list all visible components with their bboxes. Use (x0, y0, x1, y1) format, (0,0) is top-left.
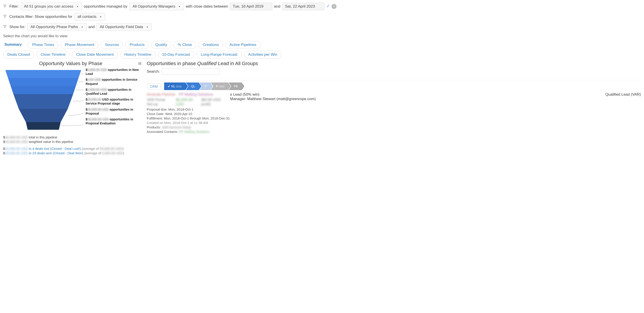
managed-by-text: opportunities managed by (84, 4, 128, 9)
funnel-label: $0.00 USD opportunities in Service Reque… (86, 78, 142, 86)
close-date: Close Date: Wed, 2020-Apr-22 (147, 112, 641, 116)
proposal-due: Proposal due: Mon, 2018-Oct-1 (147, 108, 641, 111)
phase-chevron-p[interactable]: P ☑0/2 (211, 82, 228, 90)
contacts-filter-label: Contacts filter: Show opportunities for (9, 14, 72, 19)
tab-history-timeline[interactable]: History Timeline (120, 51, 156, 58)
task-name: VAR Portal Set-up (147, 98, 173, 106)
filter-label: Filter: (9, 4, 19, 9)
filter-row-main: Filter: All 51 groups you can access▼ op… (3, 3, 641, 10)
left-panel: Opportunity Values by Phase (3, 61, 142, 156)
filter-row-contacts: Contacts filter: Show opportunities for … (3, 13, 641, 20)
tab-row-1: SummaryPhase TimesPhase MovementSourcesP… (3, 41, 641, 48)
chevron-down-icon: ▼ (178, 5, 180, 8)
crm-button[interactable]: CRM (147, 83, 161, 90)
close-dates-text: with close dates between (186, 4, 228, 9)
deals-lost-link[interactable]: in 4 deals lost (Closed - Deal Lost!) (29, 147, 81, 150)
date-from-field[interactable]: Tue, 16 April 2019 (230, 3, 272, 10)
products-label: Products: (147, 125, 161, 129)
funnel-label: $00,000.00 USD opportunities in Proposal (86, 108, 142, 116)
chart-prompt: Select the chart you would like to view: (3, 34, 641, 38)
filter-icon (3, 25, 7, 30)
tab-creations[interactable]: Creations (198, 41, 223, 48)
funnel-chart (3, 68, 84, 134)
tab--close[interactable]: % Close (174, 41, 196, 48)
manager-value: Matthew Stewart (matt@greenrope.com) (247, 97, 316, 101)
svg-marker-3 (14, 94, 73, 109)
tab-close-timeline[interactable]: Close Timeline (36, 51, 70, 58)
opportunity-card: CRM ✔ NL ☑1/1QLPP ☑0/2PE Amanda Fletcher… (147, 80, 641, 134)
pipeline-stats: $00,000.00 USD total in this pipeline $0… (3, 135, 142, 155)
contact-name: Amanda Fletcher (147, 92, 176, 97)
deals-won-link[interactable]: in 23 deals won (Closed - Deal Won) (29, 151, 83, 155)
funnel-labels: $0,000.00 USD opportunities in New Lead$… (86, 68, 142, 134)
amount: $5,000.00 USD (176, 98, 198, 106)
chevron-down-icon: ▼ (146, 26, 148, 28)
chart-title: Opportunity Values by Phase (3, 61, 138, 66)
funnel-label: $0,000.00 USD opportunities in New Lead (86, 68, 142, 76)
tab-sources[interactable]: Sources (101, 41, 123, 48)
tab-summary[interactable]: Summary (3, 41, 26, 48)
funnel-label: $00,000.00 USD opportunities in Service … (86, 98, 142, 106)
lead-score: Lead (50% win) (233, 92, 259, 96)
filter-icon (3, 14, 7, 19)
company-name: FP Mailing Solutions (178, 92, 213, 97)
funnel-label: $0,000.00 USD opportunities in Qualified… (86, 88, 142, 96)
search-input[interactable] (162, 68, 220, 75)
svg-marker-2 (11, 86, 76, 94)
created-on: Created on Mon, 2018-Oct-1 at 11:38 AM (147, 121, 641, 124)
managers-dropdown[interactable]: All Opportunity Managers▼ (129, 3, 184, 10)
tab-deals-closed[interactable]: Deals Closed (3, 51, 34, 58)
field-data-dropdown[interactable]: All Opportunity Field Data▼ (96, 23, 152, 31)
manager-label: Manager: (230, 97, 246, 101)
tab-active-pipelines[interactable]: Active Pipelines (226, 41, 261, 48)
profit: ($0.00 USD profit) (201, 98, 227, 106)
tab-products[interactable]: Products (125, 41, 149, 48)
tab-phase-times[interactable]: Phase Times (28, 41, 58, 48)
contacts-dropdown[interactable]: all contacts▼ (74, 13, 105, 20)
filter-icon (3, 4, 7, 9)
filter-row-showfor: Show for: All Opportunity Phase Paths▼ a… (3, 23, 641, 31)
phase-track: CRM ✔ NL ☑1/1QLPP ☑0/2PE (147, 82, 641, 90)
date-to-field[interactable]: Sat, 22 April 2023 (282, 3, 324, 10)
opportunity-details: Proposal due: Mon, 2018-Oct-1 Close Date… (147, 108, 641, 134)
search-label: Search: (147, 69, 160, 74)
show-for-label: Show for: (9, 25, 26, 29)
phase-chevron-nl[interactable]: ✔ NL ☑1/1 (164, 82, 185, 90)
tab-phase-movement[interactable]: Phase Movement (61, 41, 98, 48)
chevron-down-icon: ▼ (76, 5, 79, 8)
chevron-down-icon: ▼ (81, 26, 83, 28)
chevron-down-icon: ▼ (100, 16, 102, 18)
products-value: VAR Account Setup (162, 125, 191, 129)
detail-title: Opportunities in phase Qualified Lead in… (147, 61, 641, 66)
svg-marker-5 (26, 122, 61, 130)
assoc-contacts-value: FP Mailing Solutions (179, 130, 210, 134)
phase-paths-dropdown[interactable]: All Opportunity Phase Paths▼ (27, 23, 87, 31)
tab-activities-per-win[interactable]: Activities per Win (244, 51, 282, 58)
groups-dropdown[interactable]: All 51 groups you can access▼ (21, 3, 82, 10)
and-text: and (274, 4, 280, 9)
fulfillment: Fulfillment: Mon, 2018-Oct-1 through Mon… (147, 116, 641, 120)
help-icon[interactable]: ? (332, 4, 336, 9)
and-text-2: and (88, 25, 94, 29)
phase-badge: Qualified Lead (VAR) (606, 92, 641, 96)
svg-marker-0 (5, 70, 81, 78)
funnel-label: $00,000.00 USD opportunities in Proposal… (86, 117, 142, 125)
chart-menu-icon[interactable] (138, 62, 142, 65)
right-panel: Opportunities in phase Qualified Lead in… (147, 61, 641, 156)
tab-10-day-forecast[interactable]: 10-Day Forecast (158, 51, 194, 58)
tab-close-date-movement[interactable]: Close Date Movement (72, 51, 118, 58)
svg-marker-1 (8, 78, 78, 86)
tab-long-range-forecast[interactable]: Long-Range Forecast (196, 51, 242, 58)
edit-icon[interactable] (326, 4, 330, 9)
svg-marker-4 (19, 109, 68, 122)
assoc-contacts-label: Associated Contacts: (147, 130, 178, 134)
tab-row-2: Deals ClosedClose TimelineClose Date Mov… (3, 51, 641, 58)
tab-quality[interactable]: Quality (151, 41, 172, 48)
